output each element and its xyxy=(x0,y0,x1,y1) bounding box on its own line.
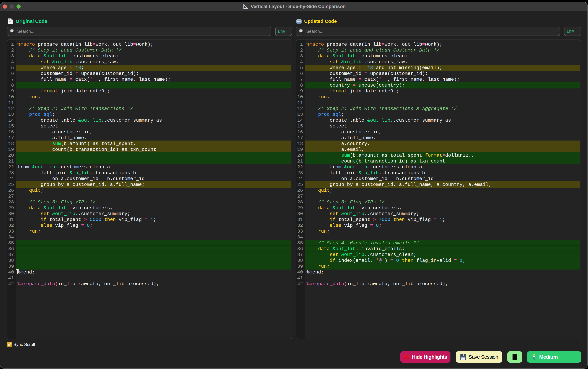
svg-text:NEW: NEW xyxy=(297,20,301,23)
